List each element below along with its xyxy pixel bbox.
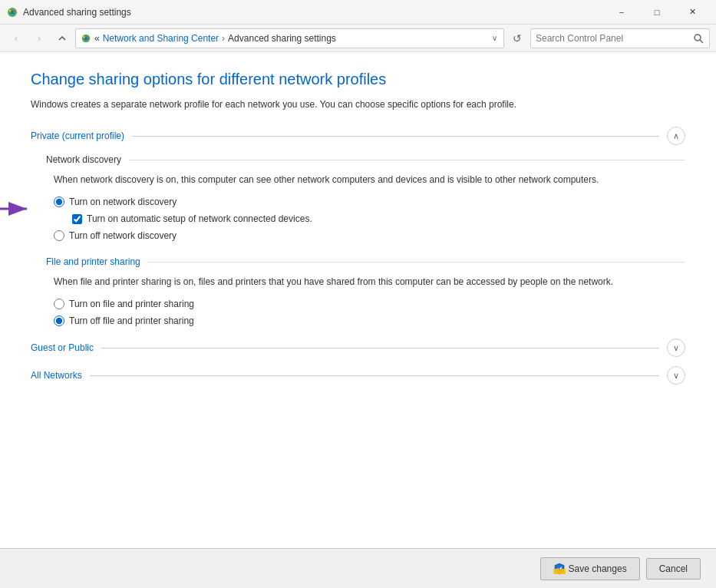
section-header-guest[interactable]: Guest or Public ∨ — [31, 339, 685, 357]
up-icon — [58, 34, 67, 43]
section-title-private: Private (current profile) — [31, 130, 124, 141]
section-divider-all-networks — [90, 375, 659, 376]
radio-label-turn-off-sharing: Turn off file and printer sharing — [69, 315, 194, 326]
search-icon — [693, 33, 704, 44]
search-box — [530, 28, 710, 48]
up-button[interactable] — [52, 28, 72, 48]
title-bar-controls: − □ ✕ — [604, 0, 710, 25]
title-bar: Advanced sharing settings − □ ✕ — [0, 0, 716, 25]
shield-icon — [553, 563, 566, 575]
radio-input-turn-off-discovery[interactable] — [54, 230, 64, 241]
breadcrumb-arrow: › — [222, 33, 225, 44]
purple-arrow-annotation — [0, 198, 38, 220]
breadcrumb-icon — [81, 33, 91, 44]
section-content-private: Network discovery When network discovery… — [31, 154, 685, 326]
breadcrumb-parent[interactable]: Network and Sharing Center — [103, 33, 219, 44]
subsection-header-network-discovery: Network discovery — [46, 154, 685, 165]
radio-input-turn-on-sharing[interactable] — [54, 299, 64, 309]
subsection-header-file-sharing: File and printer sharing — [46, 256, 685, 267]
page-desc: Windows creates a separate network profi… — [31, 97, 685, 111]
network-discovery-options: Turn on network discovery Turn on automa… — [46, 197, 685, 241]
nav-bar: ‹ › « Network and Sharing Center › Advan… — [0, 25, 716, 52]
footer: Save changes Cancel — [0, 548, 716, 588]
maximize-button[interactable]: □ — [639, 0, 675, 25]
minimize-button[interactable]: − — [604, 0, 639, 25]
refresh-button[interactable]: ↺ — [507, 28, 527, 48]
subsection-title-network-discovery: Network discovery — [46, 154, 121, 165]
close-button[interactable]: ✕ — [675, 0, 710, 25]
main-content: Change sharing options for different net… — [0, 52, 716, 548]
back-button[interactable]: ‹ — [6, 28, 26, 48]
search-input[interactable] — [531, 33, 688, 44]
section-title-guest: Guest or Public — [31, 342, 94, 353]
subsection-title-file-sharing: File and printer sharing — [46, 256, 140, 267]
breadcrumb-dropdown-button[interactable]: ∨ — [490, 32, 499, 44]
radio-input-turn-off-sharing[interactable] — [54, 315, 64, 326]
app-icon — [6, 6, 18, 18]
search-button[interactable] — [688, 29, 709, 48]
page-title: Change sharing options for different net… — [31, 71, 685, 88]
radio-label-turn-on-sharing: Turn on file and printer sharing — [69, 299, 194, 309]
section-divider-guest — [101, 348, 659, 349]
svg-point-8 — [695, 35, 701, 41]
checkbox-input-auto-setup[interactable] — [72, 214, 82, 224]
radio-input-turn-on-discovery[interactable] — [54, 197, 64, 207]
svg-point-6 — [83, 35, 85, 38]
svg-point-7 — [87, 35, 89, 38]
window-title: Advanced sharing settings — [23, 7, 131, 18]
svg-line-9 — [700, 40, 703, 43]
breadcrumb: « Network and Sharing Center › Advanced … — [75, 28, 504, 48]
radio-turn-on-sharing[interactable]: Turn on file and printer sharing — [54, 299, 685, 309]
svg-point-3 — [14, 9, 16, 12]
breadcrumb-separator1: « — [94, 33, 100, 44]
checkbox-label-auto-setup: Turn on automatic setup of network conne… — [87, 213, 312, 224]
breadcrumb-current: Advanced sharing settings — [228, 33, 336, 44]
radio-turn-off-discovery[interactable]: Turn off network discovery — [54, 230, 685, 241]
section-divider-private — [132, 136, 659, 137]
cancel-label: Cancel — [659, 563, 688, 574]
section-chevron-private[interactable]: ∧ — [667, 127, 685, 145]
radio-turn-off-sharing[interactable]: Turn off file and printer sharing — [54, 315, 685, 326]
svg-point-2 — [9, 9, 12, 12]
radio-label-turn-off-discovery: Turn off network discovery — [69, 230, 177, 241]
save-changes-label: Save changes — [569, 563, 627, 574]
file-sharing-desc: When file and printer sharing is on, fil… — [46, 275, 685, 289]
network-discovery-desc: When network discovery is on, this compu… — [46, 173, 685, 187]
radio-turn-on-discovery[interactable]: Turn on network discovery — [54, 197, 685, 207]
subsection-line-network-discovery — [129, 160, 685, 160]
save-changes-button[interactable]: Save changes — [540, 557, 640, 580]
radio-label-turn-on-discovery: Turn on network discovery — [69, 197, 177, 207]
section-chevron-guest[interactable]: ∨ — [667, 339, 685, 357]
subsection-line-file-sharing — [148, 262, 685, 263]
section-header-private[interactable]: Private (current profile) ∧ — [31, 127, 685, 145]
checkbox-auto-setup[interactable]: Turn on automatic setup of network conne… — [54, 213, 685, 224]
file-sharing-options: Turn on file and printer sharing Turn of… — [46, 299, 685, 326]
section-title-all-networks: All Networks — [31, 370, 82, 381]
title-bar-left: Advanced sharing settings — [6, 6, 131, 18]
forward-button[interactable]: › — [29, 28, 49, 48]
section-header-all-networks[interactable]: All Networks ∨ — [31, 366, 685, 385]
section-chevron-all-networks[interactable]: ∨ — [667, 366, 685, 385]
cancel-button[interactable]: Cancel — [646, 558, 701, 580]
